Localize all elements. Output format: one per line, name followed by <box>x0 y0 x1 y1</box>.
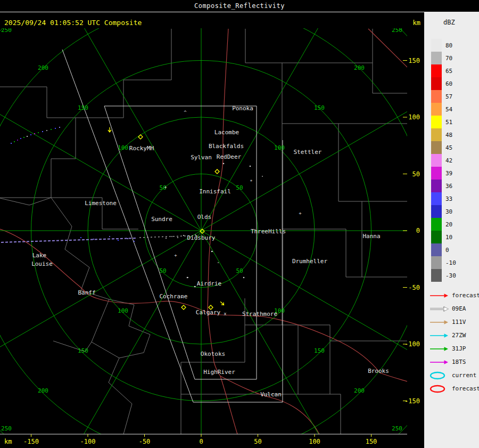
city-label: HighRiver <box>203 369 235 376</box>
echo-pixel <box>59 127 60 128</box>
city-label: Cochrane <box>160 293 188 300</box>
dbz-color-swatch <box>431 116 442 128</box>
dbz-value-label: 57 <box>445 93 452 100</box>
station-marker: + <box>299 210 302 216</box>
x-axis-label: 0 <box>199 438 203 445</box>
radar-map: 2025/09/24 01:05:52 UTC Composite km <box>0 0 424 448</box>
echo-pixel <box>80 237 81 238</box>
station-dot <box>194 286 196 288</box>
city-label: Hanna <box>362 233 380 240</box>
range-label: 150 <box>314 104 325 111</box>
city-label: Calgary <box>196 309 221 316</box>
legend-label: current <box>452 372 476 379</box>
dbz-unit-label: dBZ <box>443 19 455 26</box>
dbz-value-label: 39 <box>445 170 452 177</box>
clutter-echo-band <box>1 238 137 242</box>
dbz-value-label: 54 <box>445 106 452 113</box>
y-axis-label: -150 <box>404 397 420 405</box>
echo-pixel <box>177 237 178 238</box>
echo-pixel <box>42 131 43 132</box>
range-label: 200 <box>354 387 365 394</box>
legend-label: 09EA <box>452 305 466 312</box>
city-label: Strathmore <box>242 311 277 317</box>
city-label: Drumheller <box>292 258 328 265</box>
city-label: RedDeer <box>217 153 242 160</box>
dbz-value-label: 70 <box>445 55 452 62</box>
city-label: Stettler <box>294 149 322 156</box>
dbz-value-label: 80 <box>445 42 452 49</box>
dbz-value-label: 51 <box>445 119 452 126</box>
dbz-value-label: 0 <box>445 247 449 254</box>
echo-pixel <box>183 235 184 236</box>
dbz-value-label: -30 <box>445 272 456 279</box>
legend-item: 18TS <box>428 355 479 369</box>
legend-sidebar: dBZ 807065605754514845423936333020100-10… <box>424 12 479 448</box>
echo-pixel <box>55 128 56 129</box>
city-label: Banff <box>78 289 95 296</box>
city-label: Brooks <box>368 368 389 374</box>
echo-pixel <box>17 140 18 141</box>
track-arrow-icon <box>428 331 450 340</box>
dbz-color-swatch <box>431 243 442 256</box>
dbz-value-label: 65 <box>445 68 452 75</box>
range-label: 250 <box>392 27 402 34</box>
highway-ne <box>368 29 407 67</box>
dbz-color-swatch <box>431 218 442 231</box>
highway-23 <box>220 376 319 434</box>
station-marker: x <box>224 311 227 316</box>
dbz-value-label: 42 <box>445 157 452 164</box>
station-dot <box>223 163 225 165</box>
legend-item: forecast <box>428 289 479 302</box>
dbz-scale: 807065605754514845423936333020100-10-30 <box>431 39 456 282</box>
track-arrow-icon <box>428 305 450 313</box>
y-axis-label: 0 <box>416 227 420 234</box>
city-label: Lacombe <box>214 129 239 136</box>
city-label: Lake <box>32 252 47 259</box>
dbz-color-swatch <box>431 256 442 269</box>
legend-item: 111V <box>428 315 479 329</box>
dbz-scale-row: 36 <box>431 180 456 192</box>
echo-pixel <box>218 262 219 263</box>
radar-viewer: Composite_Reflectivity 2025/09/24 01:05:… <box>0 0 479 448</box>
city-label: RockyMH <box>129 145 154 152</box>
city-label: Vulcan <box>260 391 282 398</box>
legend-item: 31JP <box>428 342 479 355</box>
storm-motion-arrow <box>219 300 225 306</box>
track-arrow-icon <box>428 345 450 353</box>
dbz-scale-row: 33 <box>431 192 456 205</box>
dbz-scale-row: 39 <box>431 167 456 180</box>
dbz-value-label: 48 <box>445 132 452 139</box>
storm-motion-arrow <box>108 127 111 132</box>
radar-site-diamond <box>181 305 186 309</box>
station-dot <box>187 277 188 279</box>
legend-label: forecast <box>452 385 479 392</box>
dbz-scale-row: 45 <box>431 141 456 154</box>
city-label: Innisfail <box>199 188 231 195</box>
dbz-scale-row: 60 <box>431 77 456 90</box>
echo-pixel <box>14 141 15 142</box>
radar-site-diamond <box>138 135 143 139</box>
legend-item: 09EA <box>428 302 479 315</box>
dbz-scale-row: 65 <box>431 64 456 77</box>
dbz-value-label: 60 <box>445 80 452 87</box>
y-axis-label: -100 <box>404 340 420 348</box>
station-dot <box>243 277 245 279</box>
dbz-scale-row: 51 <box>431 116 456 128</box>
dbz-scale-row: 54 <box>431 103 456 116</box>
dbz-color-swatch <box>431 52 442 64</box>
window-title: Composite_Reflectivity <box>194 2 285 10</box>
echo-pixel <box>38 132 39 133</box>
echo-pixel <box>127 238 128 239</box>
station-marker: + <box>164 184 167 190</box>
echo-pixel <box>51 129 52 130</box>
x-axis-label: 100 <box>309 438 320 445</box>
dbz-color-swatch <box>431 64 442 77</box>
dbz-scale-row: 10 <box>431 231 456 243</box>
city-label: Limestone <box>85 200 117 207</box>
dbz-scale-row: 42 <box>431 154 456 167</box>
range-label: 250 <box>1 425 12 432</box>
range-label: 200 <box>354 64 365 71</box>
echo-pixel <box>34 133 35 134</box>
legend-label: 18TS <box>452 359 466 365</box>
range-label: 150 <box>314 347 325 354</box>
